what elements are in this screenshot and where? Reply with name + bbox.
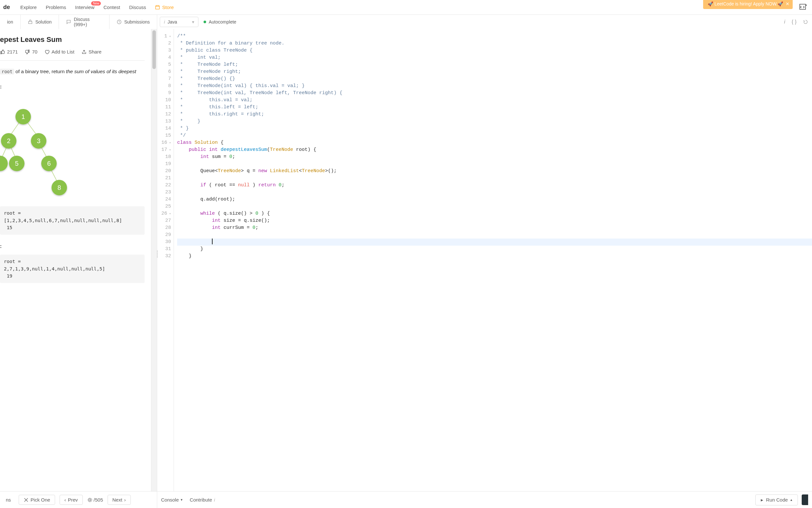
code-line[interactable] [177,161,812,168]
code-line[interactable] [177,231,812,239]
share-button[interactable]: Share [82,49,101,54]
hiring-text: 🚀 LeetCode is hiring! Apply NOW.🚀 [708,1,783,6]
svg-rect-0 [155,6,159,9]
dislike-count: 70 [32,49,37,54]
code-line[interactable] [177,175,812,182]
svg-text:3: 3 [37,137,40,144]
split-drag-handle[interactable] [155,249,159,259]
dislike-button[interactable]: 70 [25,49,37,54]
nav-store[interactable]: Store [150,4,178,10]
code-line[interactable]: * this.left = left; [177,104,812,111]
code-line[interactable]: */ [177,132,812,139]
editor-braces-icon[interactable]: { } [792,19,797,25]
svg-text:6: 6 [47,160,51,167]
brand-logo[interactable]: de [3,4,10,11]
editor-info-icon[interactable]: i [784,19,785,25]
tab-submissions[interactable]: Submissions [109,15,157,29]
code-line[interactable]: /** [177,33,812,40]
code-line[interactable]: q.add(root); [177,196,812,203]
svg-text:1: 1 [21,113,25,120]
nav-explore[interactable]: Explore [16,4,41,10]
chevron-right-icon: › [124,497,126,503]
thumbs-down-icon [25,49,30,54]
code-line[interactable]: * Definition for a binary tree node. [177,40,812,47]
editor-code-area[interactable]: /** * Definition for a binary tree node.… [174,29,812,491]
left-scrollbar[interactable] [151,29,157,491]
sub-bar: ion Solution Discuss (999+) Submissions … [0,15,812,29]
info-icon: i [164,19,165,25]
run-code-button[interactable]: ▸ Run Code ▴ [755,495,798,505]
editor-gutter: 1234567891011121314151617181920212223242… [157,29,174,491]
editor-reset-icon[interactable] [803,19,808,25]
code-line[interactable]: * } [177,118,812,125]
playground-icon[interactable] [799,3,807,11]
code-line[interactable]: int sum = 0; [177,154,812,161]
close-icon[interactable]: ✕ [785,1,790,6]
svg-text:2: 2 [7,137,10,144]
code-line[interactable]: class Solution { [177,139,812,146]
code-line[interactable]: } [177,246,812,253]
share-label: Share [89,49,101,54]
code-editor[interactable]: 1234567891011121314151617181920212223242… [157,29,812,491]
code-line[interactable]: * TreeNode() {} [177,75,812,83]
autocomplete-indicator[interactable]: Autocomplete [203,19,236,25]
code-line[interactable]: * int val; [177,54,812,61]
tab-discuss[interactable]: Discuss (999+) [59,15,109,29]
info-icon: i [214,497,215,503]
comment-icon [66,19,71,25]
contribute-button[interactable]: Contribute i [190,497,215,503]
console-button[interactable]: Console ▾ [161,497,183,503]
code-line[interactable] [177,189,812,196]
code-line[interactable]: } [177,253,812,260]
code-line[interactable]: if ( root == null ) return 0; [177,182,812,189]
chevron-down-icon: ▾ [181,498,183,502]
code-line[interactable]: * TreeNode left; [177,61,812,68]
code-line[interactable]: * this.right = right; [177,111,812,118]
hiring-banner[interactable]: 🚀 LeetCode is hiring! Apply NOW.🚀 ✕ [703,0,793,9]
tab-solution[interactable]: Solution [20,15,59,29]
lock-icon [28,19,33,25]
code-line[interactable]: * TreeNode(int val) { this.val = val; } [177,83,812,90]
chevron-left-icon: ‹ [64,497,66,503]
like-button[interactable]: 2171 [0,49,18,54]
language-select[interactable]: i Java ▾ [160,17,198,27]
like-count: 2171 [7,49,18,54]
svg-text:8: 8 [57,184,61,191]
nav-problems[interactable]: Problems [41,4,70,10]
code-line[interactable]: * public class TreeNode { [177,47,812,54]
code-line[interactable]: while ( q.size() > 0 ) { [177,210,812,217]
pick-one-button[interactable]: Pick One [19,495,55,505]
code-line[interactable]: * this.val = val; [177,97,812,104]
store-icon [155,5,160,10]
body-em: the sum of values of its deepest [66,69,136,74]
submit-button[interactable] [802,495,808,505]
code-line[interactable] [177,203,812,210]
contribute-label: Contribute [190,497,212,503]
bottom-bar: ns Pick One ‹ Prev /505 Next › Console ▾… [0,491,812,508]
next-button[interactable]: Next › [107,495,131,505]
code-line[interactable]: int currSum = 0; [177,224,812,231]
example1-block: root = [1,2,3,4,5,null,6,7,null,null,nul… [0,206,145,234]
tab-discuss-label: Discuss (999+) [74,17,102,27]
prev-button[interactable]: ‹ Prev [60,495,83,505]
add-to-list-label: Add to List [52,49,75,54]
clock-icon [116,19,122,25]
nav-contest[interactable]: Contest [99,4,125,10]
nav-discuss[interactable]: Discuss [125,4,151,10]
add-to-list-button[interactable]: Add to List [44,49,75,54]
code-line[interactable]: Queue<TreeNode> q = new LinkedList<TreeN… [177,168,812,175]
scrollbar-thumb[interactable] [152,30,156,69]
editor-tools: i { } [784,19,812,25]
code-line[interactable]: int size = q.size(); [177,217,812,224]
svg-point-9 [0,156,8,171]
code-literal-root: root [0,69,14,75]
code-line[interactable]: public int deepestLeavesSum(TreeNode roo… [177,146,812,154]
code-line[interactable]: * TreeNode right; [177,68,812,75]
code-line[interactable]: * } [177,125,812,132]
nav-interview[interactable]: Interview New [70,4,99,10]
prev-label: Prev [68,497,78,503]
code-line[interactable] [177,239,812,246]
tab-description[interactable]: ion [0,15,20,29]
code-line[interactable]: * TreeNode(int val, TreeNode left, TreeN… [177,90,812,97]
problems-button[interactable]: ns [3,497,14,503]
